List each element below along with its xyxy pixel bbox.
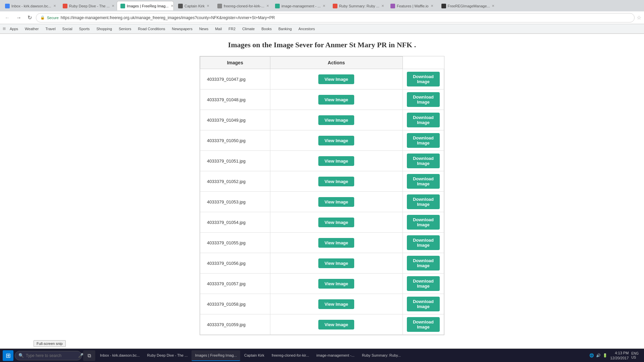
tab-inbox[interactable]: Inbox - kirk.dawson.bc... ✕ <box>1 1 58 10</box>
secure-icon: 🔒 <box>40 15 45 20</box>
bookmark-fr2[interactable]: FR2 <box>226 26 238 32</box>
tab-close-images[interactable]: ✕ <box>171 4 173 8</box>
tab-ruby-sum[interactable]: Ruby Summary: Ruby ... ✕ <box>329 1 386 10</box>
table-row: 4033379_01047.jpgView ImageDownload Imag… <box>200 69 444 89</box>
bookmark-ancestors[interactable]: Ancestors <box>296 26 318 32</box>
download-image-button[interactable]: Download Image <box>407 297 440 311</box>
tab-freereg[interactable]: freereg-cloned-for-kirk-... ✕ <box>214 1 271 10</box>
bookmark-weather[interactable]: Weather <box>22 26 41 32</box>
tab-favicon-freeregiimg <box>441 4 446 8</box>
bookmark-sports[interactable]: Sports <box>76 26 93 32</box>
filename-cell: 4033379_01053.jpg <box>200 192 270 212</box>
tab-close-ruby-sum[interactable]: ✕ <box>381 4 384 8</box>
download-image-button[interactable]: Download Image <box>407 235 440 250</box>
tab-close-ruby-deep[interactable]: ✕ <box>112 4 114 8</box>
tab-favicon-waffle <box>390 4 395 8</box>
bookmark-mail[interactable]: Mail <box>212 26 224 32</box>
table-row: 4033379_01057.jpgView ImageDownload Imag… <box>200 274 444 294</box>
tab-close-waffle[interactable]: ✕ <box>431 4 433 8</box>
view-image-button[interactable]: View Image <box>318 177 354 186</box>
nav-actions: ☆ <box>637 14 641 21</box>
bookmark-travel[interactable]: Travel <box>43 26 58 32</box>
tab-label-freereg: freereg-cloned-for-kirk-... <box>224 4 264 8</box>
secure-label: Secure <box>47 16 59 20</box>
tab-imgmgmt[interactable]: image-management - ... ✕ <box>271 1 328 10</box>
view-image-button[interactable]: View Image <box>318 279 354 289</box>
refresh-button[interactable]: ↻ <box>25 13 34 22</box>
tab-favicon-freereg <box>217 4 222 8</box>
nav-bar: ← → ↻ 🔒 Secure https://image-management.… <box>0 11 644 24</box>
filename-cell: 4033379_01051.jpg <box>200 151 270 171</box>
tab-close-inbox[interactable]: ✕ <box>53 4 56 8</box>
bookmark-apps[interactable]: Apps <box>7 26 21 32</box>
tab-favicon-ruby-sum <box>333 4 337 8</box>
download-image-button[interactable]: Download Image <box>407 133 440 148</box>
view-cell: View Image <box>270 253 402 274</box>
download-image-button[interactable]: Download Image <box>407 72 440 86</box>
download-cell: Download Image <box>402 314 444 335</box>
download-image-button[interactable]: Download Image <box>407 154 440 168</box>
download-image-button[interactable]: Download Image <box>407 174 440 189</box>
download-image-button[interactable]: Download Image <box>407 194 440 209</box>
bookmark-news[interactable]: News <box>197 26 211 32</box>
download-image-button[interactable]: Download Image <box>407 92 440 107</box>
back-button[interactable]: ← <box>3 13 12 22</box>
address-bar[interactable]: 🔒 Secure https://image-management.freere… <box>36 13 635 22</box>
view-image-button[interactable]: View Image <box>318 74 354 84</box>
view-image-button[interactable]: View Image <box>318 320 354 329</box>
bookmark-newspapers[interactable]: Newspapers <box>169 26 195 32</box>
filename-cell: 4033379_01048.jpg <box>200 89 270 110</box>
tab-label-imgmgmt: image-management - ... <box>281 4 321 8</box>
tab-label-ruby-deep: Ruby Deep Dive - The ... <box>69 4 110 8</box>
view-image-button[interactable]: View Image <box>318 115 354 125</box>
download-image-button[interactable]: Download Image <box>407 215 440 230</box>
bookmark-star-icon[interactable]: ☆ <box>637 14 641 21</box>
tab-close-imgmgmt[interactable]: ✕ <box>323 4 325 8</box>
download-image-button[interactable]: Download Image <box>407 113 440 127</box>
tab-captain[interactable]: Captain Kirk ✕ <box>174 1 213 10</box>
tab-ruby-deep[interactable]: Ruby Deep Dive - The ... ✕ <box>59 1 116 10</box>
download-cell: Download Image <box>402 110 444 130</box>
table-row: 4033379_01056.jpgView ImageDownload Imag… <box>200 253 444 274</box>
view-image-button[interactable]: View Image <box>318 197 354 207</box>
view-image-button[interactable]: View Image <box>318 156 354 166</box>
download-cell: Download Image <box>402 274 444 294</box>
view-image-button[interactable]: View Image <box>318 95 354 105</box>
bookmark-books[interactable]: Books <box>259 26 274 32</box>
bookmark-seniors[interactable]: Seniors <box>116 26 134 32</box>
tab-favicon-images <box>120 4 125 8</box>
tab-images[interactable]: Images | FreeReg Imag... ✕ <box>117 1 174 10</box>
download-cell: Download Image <box>402 69 444 89</box>
tab-close-freereg[interactable]: ✕ <box>266 4 269 8</box>
tab-freeregiimg[interactable]: FreeREGImageManage... ✕ <box>438 1 495 10</box>
tab-label-captain: Captain Kirk <box>184 4 205 8</box>
view-cell: View Image <box>270 212 402 233</box>
tab-close-freeregiimg[interactable]: ✕ <box>492 4 494 8</box>
download-image-button[interactable]: Download Image <box>407 317 440 332</box>
download-cell: Download Image <box>402 130 444 151</box>
bookmark-climate[interactable]: Climate <box>239 26 257 32</box>
view-image-button[interactable]: View Image <box>318 258 354 268</box>
filename-cell: 4033379_01059.jpg <box>200 314 270 335</box>
tab-favicon-imgmgmt <box>275 4 280 8</box>
view-cell: View Image <box>270 130 402 151</box>
tab-favicon-inbox <box>5 4 10 8</box>
tab-close-captain[interactable]: ✕ <box>207 4 209 8</box>
table-row: 4033379_01052.jpgView ImageDownload Imag… <box>200 171 444 192</box>
download-image-button[interactable]: Download Image <box>407 276 440 291</box>
bookmark-banking[interactable]: Banking <box>276 26 294 32</box>
download-cell: Download Image <box>402 294 444 314</box>
forward-button[interactable]: → <box>14 13 23 22</box>
bookmark-shopping[interactable]: Shopping <box>94 26 115 32</box>
view-image-button[interactable]: View Image <box>318 136 354 145</box>
tab-waffle[interactable]: Features | Waffle.io ✕ <box>387 1 437 10</box>
download-image-button[interactable]: Download Image <box>407 256 440 270</box>
view-image-button[interactable]: View Image <box>318 238 354 248</box>
view-cell: View Image <box>270 233 402 253</box>
download-cell: Download Image <box>402 192 444 212</box>
view-image-button[interactable]: View Image <box>318 218 354 227</box>
view-image-button[interactable]: View Image <box>318 299 354 309</box>
bookmark-road-conditions[interactable]: Road Conditions <box>135 26 168 32</box>
page-title: Images on the Image Sever for Anmer St M… <box>0 41 644 49</box>
bookmark-social[interactable]: Social <box>60 26 75 32</box>
